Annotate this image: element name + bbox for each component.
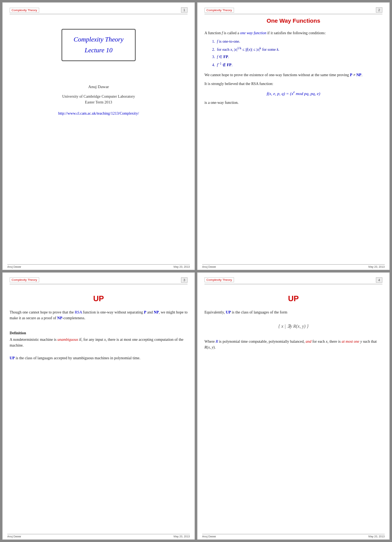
slide-3-header-label: Complexity Theory [10,277,39,282]
institution-line2: Easter Term 2013 [85,100,112,104]
author: Anuj Dawar [88,84,109,89]
list-item-2: 2. for each x, |x|1/k ≤ |f(x)| ≤ |x|k fo… [212,46,382,52]
footer-date-3: May 20, 2013 [174,535,190,538]
slide-3: Complexity Theory 3 UP Though one cannot… [2,272,195,540]
slide-4-heading: UP [204,294,382,303]
slide-4-para1: Equivalently, UP is the class of languag… [204,309,382,315]
slide-4: Complexity Theory 4 UP Equivalently, UP … [197,272,390,540]
title-sub: Lecture 10 [74,47,124,54]
definition-heading: Definition [10,331,188,335]
slide-2-header-label: Complexity Theory [204,8,234,13]
footer-date-2: May 20, 2013 [369,265,385,268]
slide-2-para3: is a one-way function. [204,100,382,105]
institution: University of Cambridge Computer Laborat… [62,93,135,105]
slide-3-number: 3 [181,277,188,283]
footer-date-4: May 20, 2013 [369,535,385,538]
slide-1-header-label: Complexity Theory [10,8,39,13]
slides-grid: Complexity Theory 1 Complexity Theory Le… [0,0,392,542]
title-box: Complexity Theory Lecture 10 [61,29,136,61]
definition-text: A nondeterministic machine is unambiguou… [10,337,188,348]
slide-4-set: { x | ∃y R(x, y) } [204,324,382,329]
slide-1: Complexity Theory 1 Complexity Theory Le… [2,2,195,270]
slide-4-number: 4 [376,277,382,283]
slide-3-heading: UP [10,294,188,303]
slide-3-header: Complexity Theory 3 [10,277,188,284]
list-item-3: 3. f ∈ FP. [212,54,382,60]
footer-author-2: Anuj Dawar [202,265,216,268]
slide-2-header: Complexity Theory 2 [204,7,382,14]
title-main: Complexity Theory [74,36,124,43]
url[interactable]: http://www.cl.cam.ac.uk/teaching/1213/Co… [58,111,139,115]
footer-author-4: Anuj Dawar [202,535,216,538]
footer-author-3: Anuj Dawar [7,535,21,538]
slide-1-content: Complexity Theory Lecture 10 Anuj Dawar … [10,17,188,259]
slide-2-footer: Anuj Dawar May 20, 2013 [202,264,385,268]
slide-4-header: Complexity Theory 4 [204,277,382,284]
slide-4-para2: Where R is polynomial time computable, p… [204,339,382,350]
slide-2-math: f(x, e, p, q) = (xe mod pq, pq, e) [204,90,382,96]
slide-1-header: Complexity Theory 1 [10,7,188,14]
slide-2-heading: One Way Functions [204,17,382,24]
slide-3-para2: UP is the class of languages accepted by… [10,355,188,361]
list-item-1: 1. f is one-to-one. [212,39,382,44]
slide-2-intro: A function f is called a one way functio… [204,30,382,36]
footer-date-1: May 20, 2013 [174,265,190,268]
slide-3-footer: Anuj Dawar May 20, 2013 [7,534,190,538]
slide-2: Complexity Theory 2 One Way Functions A … [197,2,390,270]
slide-2-para1: We cannot hope to prove the existence of… [204,72,382,78]
slide-4-header-label: Complexity Theory [204,277,234,282]
slide-3-para1: Though one cannot hope to prove that the… [10,309,188,321]
slide-2-number: 2 [376,7,382,13]
footer-author-1: Anuj Dawar [7,265,21,268]
slide-1-footer: Anuj Dawar May 20, 2013 [7,264,190,268]
list-item-4: 4. f−1 ∉ FP. [212,62,382,68]
slide-1-number: 1 [181,7,188,13]
slide-2-content: One Way Functions A function f is called… [204,17,382,259]
slide-4-footer: Anuj Dawar May 20, 2013 [202,534,385,538]
institution-line1: University of Cambridge Computer Laborat… [62,94,135,98]
slide-2-para2: It is strongly believed that the RSA fun… [204,81,382,87]
